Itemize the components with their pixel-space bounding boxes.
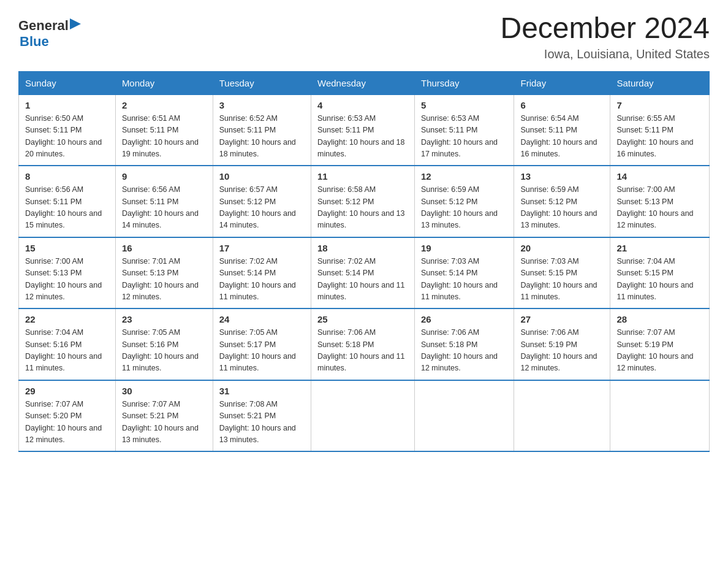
- calendar-cell: 21 Sunrise: 7:04 AM Sunset: 5:15 PM Dayl…: [610, 237, 710, 309]
- day-number: 1: [25, 100, 109, 110]
- day-number: 28: [616, 314, 703, 324]
- calendar-cell: 22 Sunrise: 7:04 AM Sunset: 5:16 PM Dayl…: [19, 308, 116, 380]
- day-info: Sunrise: 6:59 AM Sunset: 5:12 PM Dayligh…: [520, 184, 604, 232]
- day-number: 17: [219, 243, 305, 253]
- calendar-header-row: SundayMondayTuesdayWednesdayThursdayFrid…: [19, 71, 710, 94]
- calendar-cell: 15 Sunrise: 7:00 AM Sunset: 5:13 PM Dayl…: [19, 237, 116, 309]
- day-number: 7: [616, 100, 703, 110]
- calendar-cell: 5 Sunrise: 6:53 AM Sunset: 5:11 PM Dayli…: [414, 94, 514, 166]
- day-info: Sunrise: 7:06 AM Sunset: 5:18 PM Dayligh…: [421, 327, 507, 375]
- day-info: Sunrise: 7:00 AM Sunset: 5:13 PM Dayligh…: [616, 184, 703, 232]
- day-number: 12: [421, 171, 507, 182]
- calendar-cell: 17 Sunrise: 7:02 AM Sunset: 5:14 PM Dayl…: [213, 237, 311, 309]
- calendar-cell: 19 Sunrise: 7:03 AM Sunset: 5:14 PM Dayl…: [414, 237, 514, 309]
- calendar-table: SundayMondayTuesdayWednesdayThursdayFrid…: [18, 71, 710, 453]
- day-info: Sunrise: 6:52 AM Sunset: 5:11 PM Dayligh…: [219, 113, 305, 161]
- calendar-cell: 10 Sunrise: 6:57 AM Sunset: 5:12 PM Dayl…: [213, 166, 311, 237]
- day-info: Sunrise: 6:51 AM Sunset: 5:11 PM Dayligh…: [122, 113, 207, 161]
- calendar-week-row: 15 Sunrise: 7:00 AM Sunset: 5:13 PM Dayl…: [19, 237, 710, 309]
- day-info: Sunrise: 6:53 AM Sunset: 5:11 PM Dayligh…: [421, 113, 507, 161]
- logo-text-general: General: [18, 18, 69, 33]
- day-number: 23: [122, 314, 207, 324]
- day-info: Sunrise: 6:57 AM Sunset: 5:12 PM Dayligh…: [219, 184, 305, 232]
- column-header-sunday: Sunday: [19, 71, 116, 94]
- column-header-tuesday: Tuesday: [213, 71, 311, 94]
- page-header: General Blue December 2024 Iowa, Louisia…: [18, 12, 710, 61]
- day-number: 22: [25, 314, 109, 324]
- day-info: Sunrise: 7:00 AM Sunset: 5:13 PM Dayligh…: [25, 256, 109, 304]
- calendar-cell: 3 Sunrise: 6:52 AM Sunset: 5:11 PM Dayli…: [213, 94, 311, 166]
- column-header-friday: Friday: [514, 71, 610, 94]
- day-info: Sunrise: 7:07 AM Sunset: 5:20 PM Dayligh…: [25, 399, 109, 446]
- calendar-cell: 4 Sunrise: 6:53 AM Sunset: 5:11 PM Dayli…: [311, 94, 415, 166]
- calendar-cell: 13 Sunrise: 6:59 AM Sunset: 5:12 PM Dayl…: [514, 166, 610, 237]
- day-info: Sunrise: 7:05 AM Sunset: 5:17 PM Dayligh…: [219, 327, 305, 375]
- calendar-cell: 16 Sunrise: 7:01 AM Sunset: 5:13 PM Dayl…: [115, 237, 213, 309]
- day-number: 30: [122, 386, 207, 396]
- logo: General Blue: [18, 17, 83, 49]
- calendar-cell: 29 Sunrise: 7:07 AM Sunset: 5:20 PM Dayl…: [19, 380, 116, 452]
- calendar-cell: [311, 380, 415, 452]
- calendar-cell: 14 Sunrise: 7:00 AM Sunset: 5:13 PM Dayl…: [610, 166, 710, 237]
- day-number: 11: [317, 171, 408, 182]
- calendar-cell: 9 Sunrise: 6:56 AM Sunset: 5:11 PM Dayli…: [115, 166, 213, 237]
- day-number: 16: [122, 243, 207, 253]
- calendar-cell: [610, 380, 710, 452]
- calendar-week-row: 22 Sunrise: 7:04 AM Sunset: 5:16 PM Dayl…: [19, 308, 710, 380]
- day-number: 8: [25, 171, 109, 182]
- day-info: Sunrise: 6:56 AM Sunset: 5:11 PM Dayligh…: [25, 184, 109, 232]
- svg-marker-0: [70, 18, 81, 29]
- day-number: 21: [616, 243, 703, 253]
- day-info: Sunrise: 7:01 AM Sunset: 5:13 PM Dayligh…: [122, 256, 207, 304]
- calendar-title: December 2024: [500, 12, 710, 45]
- day-number: 18: [317, 243, 408, 253]
- calendar-cell: [414, 380, 514, 452]
- day-info: Sunrise: 6:53 AM Sunset: 5:11 PM Dayligh…: [317, 113, 408, 161]
- calendar-week-row: 8 Sunrise: 6:56 AM Sunset: 5:11 PM Dayli…: [19, 166, 710, 237]
- day-info: Sunrise: 7:06 AM Sunset: 5:18 PM Dayligh…: [317, 327, 408, 375]
- day-info: Sunrise: 7:07 AM Sunset: 5:21 PM Dayligh…: [122, 399, 207, 446]
- day-number: 3: [219, 100, 305, 110]
- calendar-cell: 1 Sunrise: 6:50 AM Sunset: 5:11 PM Dayli…: [19, 94, 116, 166]
- day-number: 14: [616, 171, 703, 182]
- day-info: Sunrise: 6:58 AM Sunset: 5:12 PM Dayligh…: [317, 184, 408, 232]
- day-number: 15: [25, 243, 109, 253]
- calendar-week-row: 1 Sunrise: 6:50 AM Sunset: 5:11 PM Dayli…: [19, 94, 710, 166]
- calendar-cell: 31 Sunrise: 7:08 AM Sunset: 5:21 PM Dayl…: [213, 380, 311, 452]
- logo-text-blue: Blue: [20, 34, 83, 49]
- calendar-cell: 27 Sunrise: 7:06 AM Sunset: 5:19 PM Dayl…: [514, 308, 610, 380]
- day-info: Sunrise: 6:59 AM Sunset: 5:12 PM Dayligh…: [421, 184, 507, 232]
- column-header-monday: Monday: [115, 71, 213, 94]
- day-info: Sunrise: 6:56 AM Sunset: 5:11 PM Dayligh…: [122, 184, 207, 232]
- day-number: 9: [122, 171, 207, 182]
- calendar-cell: 12 Sunrise: 6:59 AM Sunset: 5:12 PM Dayl…: [414, 166, 514, 237]
- day-number: 19: [421, 243, 507, 253]
- day-info: Sunrise: 6:55 AM Sunset: 5:11 PM Dayligh…: [616, 113, 703, 161]
- calendar-cell: 8 Sunrise: 6:56 AM Sunset: 5:11 PM Dayli…: [19, 166, 116, 237]
- day-info: Sunrise: 7:02 AM Sunset: 5:14 PM Dayligh…: [317, 256, 408, 304]
- day-info: Sunrise: 7:04 AM Sunset: 5:16 PM Dayligh…: [25, 327, 109, 375]
- day-info: Sunrise: 6:50 AM Sunset: 5:11 PM Dayligh…: [25, 113, 109, 161]
- calendar-cell: 11 Sunrise: 6:58 AM Sunset: 5:12 PM Dayl…: [311, 166, 415, 237]
- calendar-cell: 2 Sunrise: 6:51 AM Sunset: 5:11 PM Dayli…: [115, 94, 213, 166]
- calendar-cell: 20 Sunrise: 7:03 AM Sunset: 5:15 PM Dayl…: [514, 237, 610, 309]
- calendar-cell: 7 Sunrise: 6:55 AM Sunset: 5:11 PM Dayli…: [610, 94, 710, 166]
- day-info: Sunrise: 7:02 AM Sunset: 5:14 PM Dayligh…: [219, 256, 305, 304]
- column-header-saturday: Saturday: [610, 71, 710, 94]
- calendar-cell: 25 Sunrise: 7:06 AM Sunset: 5:18 PM Dayl…: [311, 308, 415, 380]
- day-info: Sunrise: 6:54 AM Sunset: 5:11 PM Dayligh…: [520, 113, 604, 161]
- column-header-wednesday: Wednesday: [311, 71, 415, 94]
- day-number: 31: [219, 386, 305, 396]
- day-info: Sunrise: 7:05 AM Sunset: 5:16 PM Dayligh…: [122, 327, 207, 375]
- calendar-subtitle: Iowa, Louisiana, United States: [500, 47, 710, 61]
- day-number: 29: [25, 386, 109, 396]
- calendar-cell: [514, 380, 610, 452]
- calendar-cell: 24 Sunrise: 7:05 AM Sunset: 5:17 PM Dayl…: [213, 308, 311, 380]
- day-info: Sunrise: 7:08 AM Sunset: 5:21 PM Dayligh…: [219, 399, 305, 446]
- calendar-cell: 30 Sunrise: 7:07 AM Sunset: 5:21 PM Dayl…: [115, 380, 213, 452]
- calendar-cell: 26 Sunrise: 7:06 AM Sunset: 5:18 PM Dayl…: [414, 308, 514, 380]
- day-number: 2: [122, 100, 207, 110]
- day-info: Sunrise: 7:03 AM Sunset: 5:14 PM Dayligh…: [421, 256, 507, 304]
- calendar-week-row: 29 Sunrise: 7:07 AM Sunset: 5:20 PM Dayl…: [19, 380, 710, 452]
- day-info: Sunrise: 7:04 AM Sunset: 5:15 PM Dayligh…: [616, 256, 703, 304]
